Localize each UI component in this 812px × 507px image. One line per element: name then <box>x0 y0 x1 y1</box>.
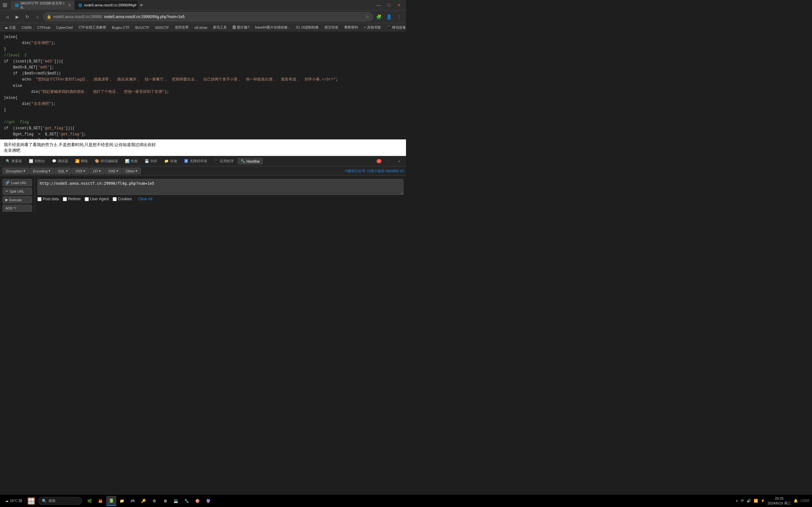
address-bar[interactable]: 🔒 node5.anna.nssctf.cn:29990/ node5.anna… <box>43 12 373 21</box>
split-url-icon: ✂ <box>5 189 8 193</box>
code-line: } <box>4 107 402 113</box>
encoding-dropdown-icon: ▾ <box>49 169 50 173</box>
tab-bar: 🌐 [WUSTCTF 2020]朴实无华 | N ✕ 🌐 node5.anna.… <box>11 0 373 10</box>
hackbar-content: 🔗 Load URL ✂ Split URL ▶ Execute ADD */ … <box>0 176 406 215</box>
useragent-checkbox-label[interactable]: User Agent <box>85 197 109 201</box>
postdata-checkbox[interactable] <box>38 197 42 201</box>
hackbar-main: http://node5.anna.nssctf.cn:29990/fl4g.p… <box>35 178 406 213</box>
bookmark-ctf-tools[interactable]: CTF在线工具解密 <box>77 24 108 31</box>
sql-dropdown-icon: ▾ <box>66 169 68 173</box>
code-line: $get_flag = $_GET['get_flag']; <box>4 131 402 137</box>
forward-button[interactable]: ▶ <box>13 12 21 21</box>
bookmark-morse[interactable]: 摩斯密码 <box>342 24 360 31</box>
code-line: //get flag <box>4 119 402 125</box>
close-button[interactable]: ✕ <box>395 1 403 9</box>
extensions-button[interactable]: 🧩 <box>374 12 383 21</box>
hackbar-menu-lfi[interactable]: LFI ▾ <box>90 168 104 174</box>
code-line: if (isset($_GET['get_flag'])){ <box>4 125 402 131</box>
lfi-dropdown-icon: ▾ <box>99 169 101 173</box>
devtools-tab-memory[interactable]: 💾 内存 <box>142 158 160 165</box>
bookmark-attackdefense[interactable]: 攻防世界 <box>173 24 191 31</box>
profile-button[interactable]: 👤 <box>385 12 393 21</box>
bookmark-yupan[interactable]: ☁ 云盘 <box>3 24 18 31</box>
load-url-icon: 🔗 <box>5 181 10 185</box>
devtools-tab-inspector[interactable]: 🔍 查看器 <box>3 158 25 165</box>
code-line: if ($md5==md5($md5)) <box>4 71 402 77</box>
bookmark-runoob[interactable]: 菜鸟工具 <box>211 24 229 31</box>
new-tab-button[interactable]: + <box>138 1 146 9</box>
home-button[interactable]: ⌂ <box>33 12 42 21</box>
back-button[interactable]: ◀ <box>3 12 11 21</box>
bookmark-base64[interactable]: base64图片在线转换... <box>253 24 293 31</box>
devtools-tab-storage[interactable]: 📁 存储 <box>161 158 180 165</box>
hackbar-url-input[interactable]: http://node5.anna.nssctf.cn:29990/fl4g.p… <box>38 179 403 195</box>
bookmark-buuctf[interactable]: BUUCTF <box>133 25 151 30</box>
devtools-tab-network[interactable]: 📶 网络 <box>72 158 91 165</box>
code-line: //level 2 <box>4 53 402 59</box>
refresh-button[interactable]: ↻ <box>23 12 32 21</box>
code-line: die("我赶紧喊来我的酒肉朋友， 他打了个电话， 把他一家安排到了非洲"); <box>4 89 402 95</box>
hackbar-menubar: Encryption ▾ Encoding ▾ SQL ▾ XSS ▾ LFI <box>0 166 406 176</box>
bookmark-more[interactable]: » 其他书签 <box>362 24 383 31</box>
devtools-tab-hackbar[interactable]: 🔧 HackBar <box>238 158 263 164</box>
hackbar-menu-encryption[interactable]: Encryption ▾ <box>3 168 29 174</box>
cookies-checkbox[interactable] <box>113 197 117 201</box>
hackbar-menu-other[interactable]: Other ▾ <box>122 168 141 174</box>
bookmark-mobile[interactable]: 📱 移动设备上的书签 <box>385 24 406 31</box>
add-comment-button[interactable]: ADD */ <box>3 205 32 212</box>
tab-active-label: node5.anna.nssctf.cn:29990/fl4g# <box>84 3 136 7</box>
devtools-options-button[interactable]: ⋮ <box>384 158 393 164</box>
application-icon: 📱 <box>214 159 218 163</box>
referer-checkbox-label[interactable]: Referer <box>63 197 81 201</box>
hackbar-menu-xxe[interactable]: XXE ▾ <box>105 168 122 174</box>
execute-button[interactable]: ▶ Execute <box>3 196 32 204</box>
bookmark-img[interactable]: 🖼 图片脑? <box>231 24 251 31</box>
code-line <box>4 113 402 119</box>
devtools-tab-performance[interactable]: 📊 性能 <box>122 158 141 165</box>
page-text-line2: 去非洲吧 <box>4 148 402 153</box>
tab-active[interactable]: 🌐 node5.anna.nssctf.cn:29990/fl4g# ✕ <box>74 1 138 9</box>
code-line: die("去非洲吧"); <box>4 101 402 107</box>
performance-icon: 📊 <box>125 159 130 163</box>
hackbar-menu-encoding[interactable]: Encoding ▾ <box>30 168 54 174</box>
bookmark-csdn[interactable]: CSDN <box>20 25 33 30</box>
debugger-icon: 💬 <box>52 159 56 163</box>
code-line: } <box>4 46 402 52</box>
other-dropdown-icon: ▾ <box>136 169 137 173</box>
load-url-button[interactable]: 🔗 Load URL <box>3 179 32 186</box>
tab-close-inactive[interactable]: ✕ <box>68 3 71 7</box>
cookies-checkbox-label[interactable]: Cookies <box>113 197 132 201</box>
devtools-tab-debugger[interactable]: 💬 调试器 <box>49 158 71 165</box>
bookmark-nssctf[interactable]: NSSCTF <box>153 25 171 30</box>
bookmark-ctfshow[interactable]: ctf.show <box>193 25 209 30</box>
split-url-button[interactable]: ✂ Split URL <box>3 187 32 195</box>
bookmark-ctfhub[interactable]: CTFHub <box>35 25 52 30</box>
bookmark-cipher[interactable]: 密文特攻 <box>322 24 340 31</box>
devtools-tab-styleeditor[interactable]: 🎨 样式编辑器 <box>92 158 121 165</box>
network-icon: 📶 <box>75 159 80 163</box>
xxe-dropdown-icon: ▾ <box>116 169 118 173</box>
bookmark-hex[interactable]: 51 16进制转换 <box>294 24 321 31</box>
devtools-tab-application[interactable]: 📱 应用程序 <box>211 158 237 165</box>
clear-all-button[interactable]: Clear All <box>138 197 152 201</box>
devtools-tab-console[interactable]: ⬜ 控制台 <box>26 158 48 165</box>
hackbar-credit: ©微信公众号: 江南小虫虫 HackBar v2 <box>345 169 403 173</box>
bookmark-cyberchef[interactable]: CyberChef <box>54 25 75 30</box>
window-controls[interactable]: ⊞ <box>3 2 7 9</box>
devtools-close-button[interactable]: × <box>395 158 403 164</box>
devtools-tab-accessibility[interactable]: ♿ 无障碍环境 <box>181 158 210 165</box>
minimize-button[interactable]: — <box>374 1 383 9</box>
hackbar-menu-xss[interactable]: XSS ▾ <box>72 168 89 174</box>
page-text-line1: 我不经意间看了看我的劳力士,不是想看时间,只是想不经意间,让你知道我过得比你好. <box>4 142 402 148</box>
useragent-checkbox[interactable] <box>85 197 89 201</box>
referer-checkbox[interactable] <box>63 197 67 201</box>
maximize-button[interactable]: □ <box>385 1 393 9</box>
hackbar-panel: Encryption ▾ Encoding ▾ SQL ▾ XSS ▾ LFI <box>0 166 406 215</box>
postdata-checkbox-label[interactable]: Post data <box>38 197 59 201</box>
code-line: die("去非洲吧"); <box>4 40 402 46</box>
bookmark-bugku[interactable]: Bugku CTF <box>110 25 132 30</box>
hackbar-menu-sql[interactable]: SQL ▾ <box>55 168 71 174</box>
code-line: }else{ <box>4 95 402 101</box>
tab-inactive[interactable]: 🌐 [WUSTCTF 2020]朴实无华 | N ✕ <box>11 1 74 9</box>
settings-button[interactable]: ⋮ <box>395 12 403 21</box>
